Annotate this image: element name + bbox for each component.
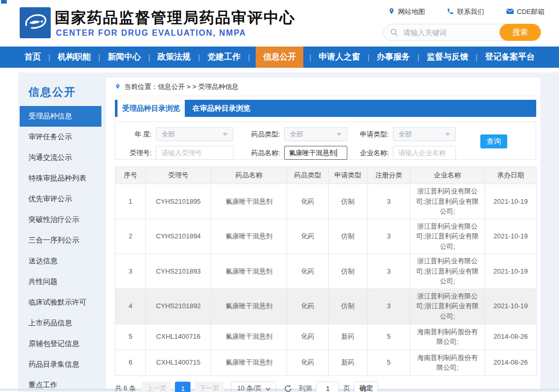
table-cell: CYHS2101894	[146, 219, 211, 254]
chevron-down-icon	[223, 133, 228, 136]
nav-separator: |	[476, 53, 478, 62]
nav-item-services[interactable]: 办事服务	[375, 47, 411, 68]
apply-type-select[interactable]: 全部	[393, 127, 456, 141]
nav-item-news[interactable]: 新闻中心	[106, 47, 142, 68]
table-row: 5 CXHL1400716 氟康唑干混悬剂 化药 新药 5 海南普利制药股份有限…	[115, 324, 537, 350]
table-cell: 3	[367, 184, 410, 219]
table-cell: 化药	[287, 350, 329, 375]
header-quick-links: 网站地图 联系我们 CDE邮箱	[388, 7, 545, 17]
table-cell: 6	[115, 350, 146, 375]
table-cell: 2014-08-26	[485, 350, 537, 375]
table-cell: 浙江普利药业有限公司;浙江普利药业有限公司;	[410, 254, 485, 289]
header-search: 搜索	[383, 24, 541, 41]
sidebar-item-clinical-trial-license[interactable]: 临床试验默示许可	[20, 292, 101, 313]
acceptance-no-input[interactable]	[156, 146, 233, 160]
drug-type-select[interactable]: 全部	[284, 127, 347, 141]
nav-item-info-disclosure[interactable]: 信息公开	[256, 47, 303, 68]
acceptance-no-label: 受理号:	[122, 148, 152, 158]
nav-item-policies[interactable]: 政策法规	[156, 47, 192, 68]
column-header: 承办日期	[485, 167, 537, 184]
breadcrumb: 当前位置：信息公开 > > 受理品种信息	[115, 78, 536, 96]
nav-separator: |	[148, 53, 150, 62]
query-button[interactable]: 查询	[480, 134, 507, 148]
table-row-highlighted: 4 CYHS2101892 氟康唑干混悬剂 化药 仿制 3 浙江普利药业有限公司…	[115, 289, 537, 324]
table-cell: 浙江普利药业有限公司;浙江普利药业有限公司;	[410, 184, 485, 219]
nav-separator: |	[98, 53, 100, 62]
company-name-label: 企业名称:	[357, 148, 389, 158]
sitemap-link[interactable]: 网站地图	[388, 7, 425, 17]
sidebar-item-accepted-products[interactable]: 受理品种信息	[20, 106, 101, 127]
cde-mail-link[interactable]: CDE邮箱	[506, 7, 545, 17]
tab-under-review-catalog[interactable]: 在审品种目录浏览	[185, 100, 258, 117]
sidebar-item-common-issues[interactable]: 共性问题	[20, 272, 101, 292]
chevron-down-icon	[336, 133, 342, 136]
table-cell: CYHS2101892	[146, 289, 211, 324]
sidebar-item-review-tasks[interactable]: 审评任务公示	[20, 127, 101, 147]
table-cell: 5	[115, 324, 146, 350]
column-header: 受理号	[146, 167, 211, 184]
drug-name-label: 药品名称:	[248, 148, 280, 158]
table-cell: 仿制	[329, 184, 367, 219]
nav-item-registration-platform[interactable]: 登记备案平台	[483, 47, 536, 68]
next-page-button[interactable]: 下一页	[195, 382, 224, 392]
refresh-icon[interactable]	[284, 384, 292, 392]
sidebar-item-special-approval[interactable]: 特殊审批品种列表	[20, 168, 101, 189]
sidebar-item-delivery-info[interactable]: 送达信息	[20, 251, 101, 272]
nav-separator: |	[198, 53, 200, 62]
sidebar-item-priority-review[interactable]: 优先审评公示	[20, 189, 101, 209]
nav-item-party[interactable]: 党建工作	[206, 47, 242, 68]
table-cell: 2021-10-19	[485, 289, 537, 324]
table-cell: 氟康唑干混悬剂	[211, 289, 287, 324]
page-number-1[interactable]: 1	[175, 382, 190, 392]
table-cell: 2021-10-19	[485, 184, 537, 219]
breadcrumb-text: 当前位置：信息公开 > > 受理品种信息	[124, 82, 239, 92]
sidebar-item-communication[interactable]: 沟通交流公示	[20, 147, 101, 168]
table-cell: 化药	[287, 219, 329, 254]
table-row: 1 CYHS2101895 氟康唑干混悬剂 化药 仿制 3 浙江普利药业有限公司…	[115, 184, 537, 219]
table-cell: 2014-08-26	[485, 324, 537, 350]
nav-item-home[interactable]: 首页	[23, 47, 42, 68]
sidebar-item-breakthrough-therapy[interactable]: 突破性治疗公示	[20, 209, 101, 230]
table-cell: 化药	[287, 289, 329, 324]
nav-item-functions[interactable]: 机构职能	[56, 47, 92, 68]
drug-name-input[interactable]: 氟康唑干混悬剂	[284, 146, 347, 160]
sidebar-item-three-in-one[interactable]: 三合一序列公示	[20, 230, 101, 251]
sidebar-item-excipients-registration[interactable]: 原辅包登记信息	[20, 334, 101, 354]
nav-item-applicant-window[interactable]: 申请人之窗	[317, 47, 362, 68]
sidebar-item-key-work[interactable]: 重点工作	[20, 375, 101, 392]
table-cell: CYHS2101895	[146, 184, 211, 219]
search-icon	[390, 28, 399, 39]
column-header: 序号	[115, 167, 146, 184]
nav-item-supervision[interactable]: 监督与反馈	[425, 47, 470, 68]
page-size-select[interactable]: 10 条/页	[231, 382, 276, 392]
table-cell: 化药	[287, 254, 329, 289]
table-cell: 2021-10-19	[485, 254, 537, 289]
cde-logo	[20, 7, 51, 38]
table-cell: CXHL1400715	[146, 350, 211, 375]
column-header: 药品名称	[211, 167, 287, 184]
tab-accepted-catalog[interactable]: 受理品种目录浏览	[117, 100, 185, 117]
column-header: 申请类型	[329, 167, 367, 184]
sidebar-item-drug-catalog[interactable]: 药品目录集信息	[20, 354, 101, 375]
contact-link[interactable]: 联系我们	[447, 7, 484, 17]
search-button[interactable]: 搜索	[499, 24, 541, 41]
table-header-row: 序号 受理号 药品名称 药品类型 申请类型 注册分类 企业名称 承办日期	[115, 167, 537, 184]
prev-page-button[interactable]: 上一页	[142, 382, 171, 392]
table-cell: CXHL1400716	[146, 324, 211, 350]
confirm-button[interactable]: 确定	[354, 382, 378, 392]
column-header: 药品类型	[287, 167, 329, 184]
table-cell: 海南普利制药股份有限公司;	[410, 350, 485, 375]
sidebar-item-marketed-drugs[interactable]: 上市药品信息	[20, 313, 101, 334]
drug-type-label: 药品类型:	[248, 130, 280, 139]
table-cell: 海南普利制药股份有限公司;	[410, 324, 485, 350]
goto-page-input[interactable]	[316, 382, 339, 392]
table-row: 2 CYHS2101894 氟康唑干混悬剂 化药 仿制 3 浙江普利药业有限公司…	[115, 219, 537, 254]
nav-separator: |	[309, 53, 311, 62]
table-cell: 浙江普利药业有限公司;浙江普利药业有限公司;	[410, 289, 485, 324]
company-name-input[interactable]	[393, 146, 456, 160]
year-select[interactable]: 全部	[156, 127, 233, 141]
table-cell: 仿制	[329, 254, 367, 289]
table-cell: 5	[367, 324, 410, 350]
location-pin-icon	[115, 83, 121, 92]
table-cell: 浙江普利药业有限公司;浙江普利药业有限公司;	[410, 219, 485, 254]
